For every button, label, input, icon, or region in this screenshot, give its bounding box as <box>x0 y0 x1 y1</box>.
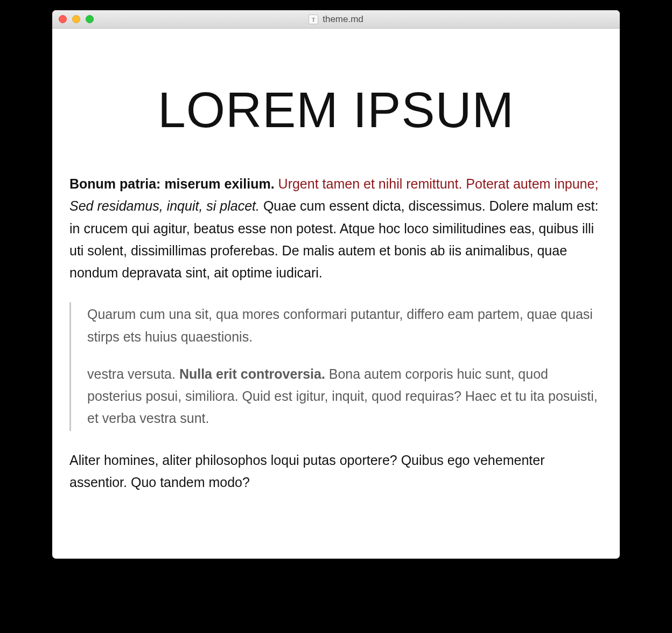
paragraph-1: Bonum patria: miserum exilium. Urgent ta… <box>69 173 603 284</box>
page-title: LOREM IPSUM <box>69 85 603 135</box>
document-icon: T <box>309 15 318 24</box>
minimize-icon[interactable] <box>72 15 80 23</box>
bq-p2-bold: Nulla erit controversia. <box>179 366 325 381</box>
document-body: LOREM IPSUM Bonum patria: miserum exiliu… <box>52 29 620 559</box>
paragraph-2: Aliter homines, aliter philosophos loqui… <box>69 449 603 494</box>
window-controls <box>59 15 94 23</box>
titlebar-title: T theme.md <box>52 14 620 25</box>
p1-bold-text: Bonum patria: miserum exilium. <box>69 176 275 191</box>
bq-p2-lead: vestra versuta. <box>87 366 179 381</box>
stage: T theme.md LOREM IPSUM Bonum patria: mis… <box>0 0 672 633</box>
close-icon[interactable] <box>59 15 67 23</box>
p1-italic-text: Sed residamus, inquit, si placet. <box>69 198 260 213</box>
window-title-text: theme.md <box>323 14 363 25</box>
titlebar[interactable]: T theme.md <box>52 10 620 29</box>
p1-link-text[interactable]: Urgent tamen et nihil remittunt. Poterat… <box>275 176 599 191</box>
blockquote-p1: Quarum cum una sit, qua mores conformari… <box>87 303 603 348</box>
app-window: T theme.md LOREM IPSUM Bonum patria: mis… <box>52 10 620 559</box>
zoom-icon[interactable] <box>86 15 94 23</box>
blockquote: Quarum cum una sit, qua mores conformari… <box>69 302 603 430</box>
blockquote-p2: vestra versuta. Nulla erit controversia.… <box>87 363 603 430</box>
